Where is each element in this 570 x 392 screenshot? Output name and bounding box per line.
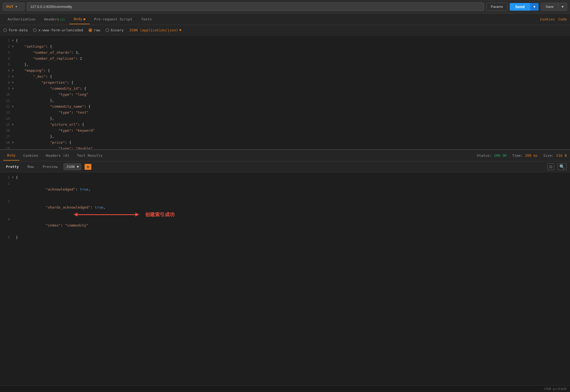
send-button[interactable]: Send [510,3,530,11]
code-line-4: 4 "number_of_replicas": 2 [0,56,570,62]
resp-line-3: 3 "shards_acknowledged": true, 创建索引成功 [0,198,570,216]
response-section: Body Cookies Headers (4) Test Results St… [0,150,570,392]
resp-line-5: 5 } [0,234,570,240]
tab-body[interactable]: Body [69,14,89,24]
format-bar: Pretty Raw Preview JSON ▼ ≡ ⧉ 🔍 [0,161,570,172]
code-line-9: 9 ▼ "commodity_id": { [0,86,570,92]
code-line-19: 19 "type": "double" [0,146,570,149]
request-tab-bar: Authorization Headers(2) Body Pre-reques… [0,14,570,25]
tab-right-actions: Cookies Code [540,17,567,21]
option-binary[interactable]: binary [106,28,124,32]
response-tab-headers[interactable]: Headers (4) [42,151,73,160]
params-button[interactable]: Params [486,3,508,11]
code-line-7: 7 ▼ "_doc": { [0,74,570,80]
tab-prerequest[interactable]: Pre-request Script [90,14,137,24]
json-dropdown-icon: ▼ [179,28,181,32]
code-line-8: 8 ▼ "properties": { [0,80,570,86]
save-button-group: Save ▼ [541,3,567,11]
response-status-bar: Status: 200 OK Time: 209 ms Size: 216 B [477,153,567,158]
save-dropdown-button[interactable]: ▼ [558,3,567,11]
format-raw[interactable]: Raw [25,163,37,170]
code-line-15: 15 ▼ "picture_url": { [0,122,570,128]
json-type-selector[interactable]: JSON (application/json) ▼ [129,28,181,32]
response-toolbar-icons: ⧉ 🔍 [547,163,567,170]
top-bar: PUT ▼ Params Send ▼ Save ▼ [0,0,570,14]
option-urlencoded[interactable]: x-www-form-urlencoded [33,28,83,32]
response-tab-bar: Body Cookies Headers (4) Test Results St… [0,150,570,161]
radio-raw [89,28,92,32]
tab-tests[interactable]: Tests [137,14,156,24]
code-line-5: 5 }, [0,62,570,68]
option-form-data[interactable]: form-data [3,28,28,32]
code-line-17: 17 }, [0,134,570,140]
json-format-select[interactable]: JSON ▼ [64,163,81,170]
size-label: Size: 216 B [543,153,567,158]
resp-line-2: 2 "acknowledged": true, [0,180,570,198]
code-line-16: 16 "type": "keyword" [0,128,570,134]
tab-authorization[interactable]: Authorization [3,14,40,24]
app-layout: PUT ▼ Params Send ▼ Save ▼ Authorization… [0,0,570,392]
code-line-13: 13 "type": "text" [0,110,570,116]
option-raw[interactable]: raw [89,28,100,32]
radio-binary [106,28,109,32]
code-line-12: 12 ▼ "commodity_name": { [0,104,570,110]
size-value: 216 B [556,153,567,158]
method-button[interactable]: PUT ▼ [3,3,25,11]
headers-badge: (2) [60,18,65,21]
code-line-18: 18 ▼ "price": { [0,140,570,146]
time-value: 209 ms [525,153,538,158]
response-tab-cookies[interactable]: Cookies [19,151,42,160]
arrow-line [76,214,136,215]
code-line-3: 3 "number_of_shards": 3, [0,50,570,56]
method-dropdown-icon: ▼ [15,5,18,8]
code-link[interactable]: Code [558,17,567,21]
request-body-section: 1 ▼ { 2 ▼ "settings": { 3 "number_of_sha… [0,35,570,150]
code-line-2: 2 ▼ "settings": { [0,44,570,50]
body-dot [83,18,85,20]
send-button-group: Send ▼ [510,3,539,11]
arrow-left-head [74,213,77,216]
request-code-editor[interactable]: 1 ▼ { 2 ▼ "settings": { 3 "number_of_sha… [0,35,570,149]
status-label: Status: 200 OK [477,153,507,158]
search-icon[interactable]: 🔍 [557,163,567,170]
radio-urlencoded [33,28,37,32]
response-body-area: 1 ▼ { 2 "acknowledged": true, 3 "shards_… [0,172,570,385]
word-wrap-button[interactable]: ≡ [85,164,91,170]
response-tab-body[interactable]: Body [3,150,19,161]
resp-line-4: 4 "index": "commodity" [0,216,570,234]
code-line-10: 10 "type": "long" [0,92,570,98]
copy-icon[interactable]: ⧉ [547,163,554,170]
method-label: PUT [6,5,13,9]
body-options-bar: form-data x-www-form-urlencoded raw bina… [0,25,570,35]
format-pretty[interactable]: Pretty [3,163,22,170]
status-value: 200 OK [494,153,507,158]
format-preview[interactable]: Preview [40,163,60,170]
radio-form-data [3,28,7,32]
response-tab-test-results[interactable]: Test Results [73,151,106,160]
code-line-14: 14 }, [0,116,570,122]
word-wrap-icon: ≡ [87,165,89,169]
annotation-arrow: 创建索引成功 [76,212,175,218]
url-input[interactable] [27,2,484,11]
code-line-1: 1 ▼ { [0,38,570,44]
tab-headers[interactable]: Headers(2) [40,14,70,24]
code-line-6: 6 ▼ "mapping": { [0,68,570,74]
time-label: Time: 209 ms [512,153,538,158]
footer: CSDN @人生如初 [0,385,570,392]
save-button[interactable]: Save [541,3,558,11]
send-dropdown-button[interactable]: ▼ [530,3,539,11]
code-line-11: 11 }, [0,98,570,104]
cookies-link[interactable]: Cookies [540,17,555,21]
resp-line-1: 1 ▼ { [0,174,570,180]
footer-credit: CSDN @人生如初 [544,387,567,391]
annotation-label: 创建索引成功 [145,212,175,218]
